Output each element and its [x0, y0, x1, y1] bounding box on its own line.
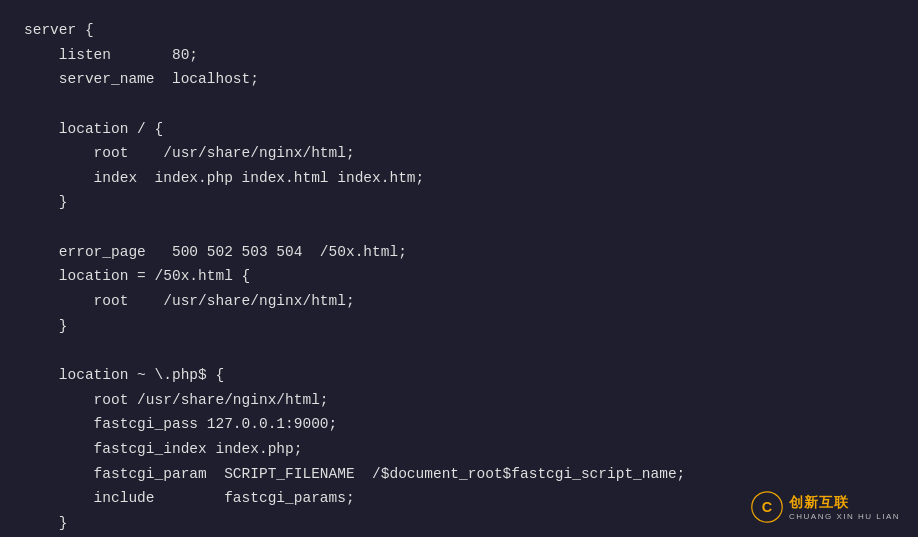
code-line-15: location ~ \.php$ { [24, 367, 224, 383]
code-line-11: location = /50x.html { [24, 268, 250, 284]
code-block: server { listen 80; server_name localhos… [24, 18, 894, 537]
watermark-text-group: 创新互联 CHUANG XIN HU LIAN [789, 494, 900, 521]
code-line-13: } [24, 318, 68, 334]
code-line-6: root /usr/share/nginx/html; [24, 145, 355, 161]
watermark-cn-text: 创新互联 [789, 494, 849, 512]
code-line-10: error_page 500 502 503 504 /50x.html; [24, 244, 407, 260]
code-line-18: fastcgi_index index.php; [24, 441, 302, 457]
code-line-2: listen 80; [24, 47, 198, 63]
code-line-19: fastcgi_param SCRIPT_FILENAME /$document… [24, 466, 685, 482]
code-line-17: fastcgi_pass 127.0.0.1:9000; [24, 416, 337, 432]
code-line-20: include fastcgi_params; [24, 490, 355, 506]
code-container: server { listen 80; server_name localhos… [0, 0, 918, 537]
watermark: C 创新互联 CHUANG XIN HU LIAN [751, 491, 900, 523]
code-line-7: index index.php index.html index.htm; [24, 170, 424, 186]
code-line-12: root /usr/share/nginx/html; [24, 293, 355, 309]
watermark-pinyin-text: CHUANG XIN HU LIAN [789, 512, 900, 521]
code-line-5: location / { [24, 121, 163, 137]
code-line-21: } [24, 515, 68, 531]
code-line-8: } [24, 194, 68, 210]
code-line-16: root /usr/share/nginx/html; [24, 392, 329, 408]
code-line-1: server { [24, 22, 94, 38]
watermark-icon: C [751, 491, 783, 523]
code-line-3: server_name localhost; [24, 71, 259, 87]
svg-text:C: C [762, 499, 772, 515]
